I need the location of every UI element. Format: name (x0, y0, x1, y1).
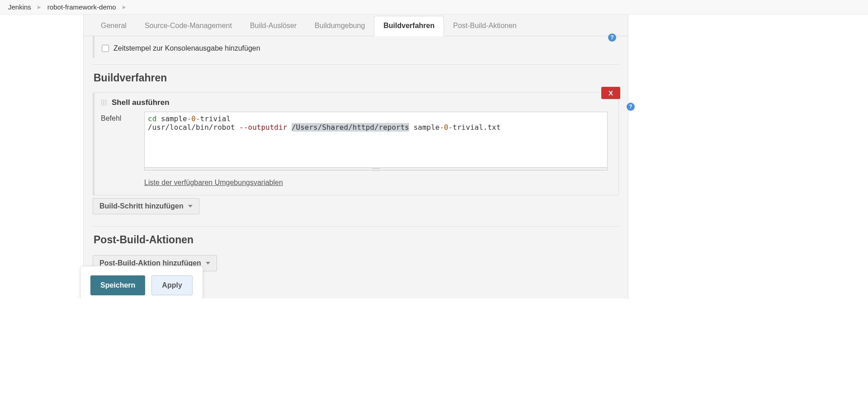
tab-build[interactable]: Buildverfahren (374, 16, 444, 36)
tab-triggers[interactable]: Build-Auslöser (241, 16, 306, 36)
build-section-title: Buildverfahren (94, 72, 619, 84)
chevron-right-icon: ▶ (38, 5, 41, 9)
tab-general[interactable]: General (92, 16, 136, 36)
breadcrumb-job[interactable]: robot-framework-demo (47, 3, 116, 11)
tab-buildenv[interactable]: Buildumgebung (306, 16, 374, 36)
breadcrumb-root[interactable]: Jenkins (8, 3, 31, 11)
action-bar: Speichern Apply (80, 266, 203, 298)
section-divider (93, 64, 619, 65)
timestamps-label: Zeitstempel zur Konsolenausgabe hinzufüg… (113, 44, 260, 52)
command-textarea[interactable]: cd sample-0-trivial/usr/local/bin/robot … (144, 112, 608, 168)
apply-button[interactable]: Apply (151, 275, 192, 295)
buildenv-trailing-group: ? Zeitstempel zur Konsolenausgabe hinzuf… (93, 36, 619, 58)
postbuild-section-title: Post-Build-Aktionen (94, 234, 619, 246)
add-build-step-label: Build-Schritt hinzufügen (99, 202, 184, 210)
command-label: Befehl (101, 112, 144, 123)
help-icon[interactable]: ? (627, 103, 635, 111)
env-vars-link[interactable]: Liste der verfügbaren Umgebungsvariablen (144, 179, 283, 187)
help-icon[interactable]: ? (608, 33, 616, 42)
chevron-right-icon: ▶ (123, 5, 126, 9)
truncated-option (102, 36, 612, 38)
drag-handle-icon[interactable] (101, 99, 107, 106)
add-build-step-button[interactable]: Build-Schritt hinzufügen (93, 198, 199, 214)
selected-text: /Users/Shared/httpd/reports (292, 123, 409, 132)
timestamps-checkbox[interactable] (102, 45, 109, 52)
delete-step-button[interactable]: X (601, 87, 620, 99)
tab-postbuild[interactable]: Post-Build-Aktionen (444, 16, 526, 36)
chevron-down-icon (206, 262, 210, 265)
section-divider (93, 226, 619, 227)
tab-scm[interactable]: Source-Code-Management (136, 16, 241, 36)
chevron-down-icon (188, 205, 193, 208)
breadcrumb: Jenkins ▶ robot-framework-demo ▶ (0, 0, 868, 14)
save-button[interactable]: Speichern (90, 275, 145, 295)
build-step-shell: X ? Shell ausführen Befehl cd sample-0-t… (93, 92, 619, 195)
build-step-title: Shell ausführen (112, 98, 170, 107)
resize-handle[interactable] (144, 168, 608, 170)
config-tabs: General Source-Code-Management Build-Aus… (84, 14, 628, 36)
